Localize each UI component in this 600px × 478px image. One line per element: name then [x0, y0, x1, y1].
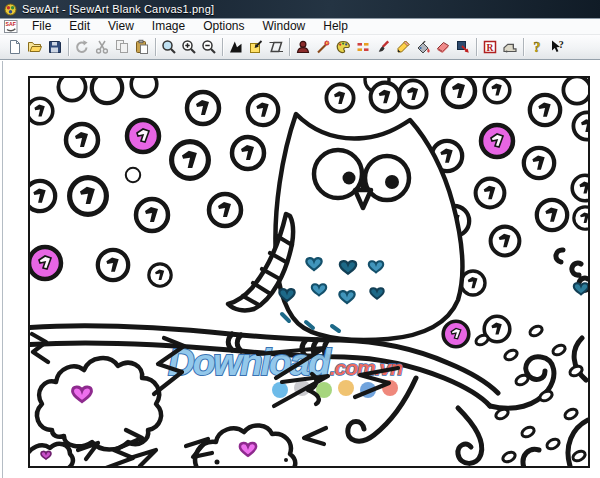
crop-icon: [268, 39, 284, 55]
menu-bar: SAF File Edit View Image Options Window …: [0, 19, 600, 34]
menu-window[interactable]: Window: [254, 19, 315, 34]
redwork-button[interactable]: R: [480, 35, 500, 59]
undo-icon: [74, 39, 90, 55]
save-icon: [47, 39, 63, 55]
toolbar-separator: [523, 38, 524, 56]
merge-icon: [455, 39, 471, 55]
color-reduce-button[interactable]: [353, 35, 373, 59]
new-file-icon: [7, 39, 23, 55]
menu-help[interactable]: Help: [314, 19, 357, 34]
svg-text:SAF: SAF: [6, 21, 16, 27]
copy-button[interactable]: [112, 35, 132, 59]
sewart-app-icon: [4, 3, 17, 16]
merge-button[interactable]: [453, 35, 473, 59]
resize-icon: [228, 39, 244, 55]
undo-button[interactable]: [72, 35, 92, 59]
toolbar: R ? ?: [0, 34, 600, 60]
new-file-button[interactable]: [5, 35, 25, 59]
menu-file[interactable]: File: [23, 19, 60, 34]
menu-image[interactable]: Image: [143, 19, 194, 34]
svg-text:?: ?: [534, 40, 541, 55]
color-reduce-icon: [355, 39, 371, 55]
image-document[interactable]: Download.com.vn: [28, 76, 590, 468]
pencil-icon: [395, 39, 411, 55]
magic-wand-icon: [315, 39, 331, 55]
zoom-in-icon: [181, 39, 197, 55]
toolbar-separator: [155, 38, 156, 56]
toolbar-separator: [68, 38, 69, 56]
zoom-icon: [161, 39, 177, 55]
toolbar-separator: [476, 38, 477, 56]
toolbar-separator: [289, 38, 290, 56]
zoom-in-button[interactable]: [179, 35, 199, 59]
cut-button[interactable]: [92, 35, 112, 59]
title-bar[interactable]: SewArt - [SewArt Blank Canvas1.png]: [0, 0, 600, 19]
fill-icon: [415, 39, 431, 55]
canvas-area: Download.com.vn: [0, 61, 600, 478]
help-icon: ?: [529, 39, 545, 55]
window-title: SewArt - [SewArt Blank Canvas1.png]: [22, 3, 214, 15]
cut-icon: [94, 39, 110, 55]
open-file-button[interactable]: [25, 35, 45, 59]
palette-button[interactable]: [333, 35, 353, 59]
zoom-out-button[interactable]: [199, 35, 219, 59]
portrait-button[interactable]: [293, 35, 313, 59]
toolbar-separator: [222, 38, 223, 56]
eraser-button[interactable]: [433, 35, 453, 59]
menu-options[interactable]: Options: [194, 19, 253, 34]
svg-text:R: R: [487, 43, 494, 53]
menu-edit[interactable]: Edit: [60, 19, 99, 34]
saf-document-icon[interactable]: SAF: [3, 19, 19, 34]
brush-button[interactable]: [373, 35, 393, 59]
zoom-out-icon: [201, 39, 217, 55]
open-file-icon: [27, 39, 43, 55]
menu-view[interactable]: View: [99, 19, 143, 34]
owl-doodle-drawing: Download.com.vn: [30, 78, 588, 466]
sew-stitch-icon: [502, 39, 518, 55]
sewart-window: SewArt - [SewArt Blank Canvas1.png] SAF …: [0, 0, 600, 478]
paste-icon: [134, 39, 150, 55]
image-wizard-button[interactable]: [246, 35, 266, 59]
svg-text:?: ?: [559, 39, 564, 50]
magic-wand-button[interactable]: [313, 35, 333, 59]
pencil-button[interactable]: [393, 35, 413, 59]
portrait-icon: [295, 39, 311, 55]
fill-button[interactable]: [413, 35, 433, 59]
zoom-button[interactable]: [159, 35, 179, 59]
eraser-icon: [435, 39, 451, 55]
save-button[interactable]: [45, 35, 65, 59]
resize-button[interactable]: [226, 35, 246, 59]
context-help-icon: ?: [549, 39, 565, 55]
copy-icon: [114, 39, 130, 55]
palette-icon: [335, 39, 351, 55]
image-wizard-icon: [248, 39, 264, 55]
brush-icon: [375, 39, 391, 55]
sew-stitch-button[interactable]: [500, 35, 520, 59]
crop-button[interactable]: [266, 35, 286, 59]
paste-button[interactable]: [132, 35, 152, 59]
client-left-edge: [2, 61, 3, 478]
context-help-button[interactable]: ?: [547, 35, 567, 59]
help-button[interactable]: ?: [527, 35, 547, 59]
redwork-icon: R: [482, 39, 498, 55]
